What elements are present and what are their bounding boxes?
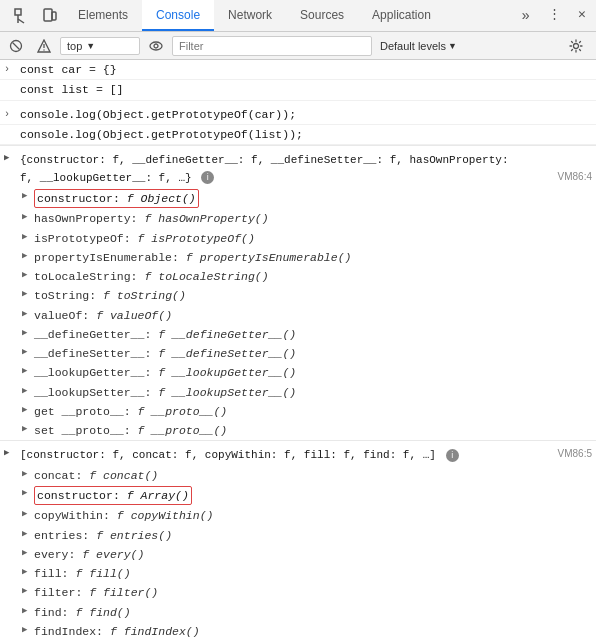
prop-constructor-2[interactable]: ▶ constructor: f Array() — [0, 485, 596, 506]
prop-definegetter: ▶ __defineGetter__: f __defineGetter__() — [0, 325, 596, 344]
tab-sources[interactable]: Sources — [286, 0, 358, 31]
svg-point-9 — [43, 49, 44, 50]
svg-line-2 — [18, 19, 24, 23]
expand-obj2-icon[interactable]: ▶ — [4, 447, 9, 461]
clear-console-icon[interactable] — [4, 34, 28, 58]
obj1-summary[interactable]: ▶ {constructor: f, __defineGetter__: f, … — [0, 149, 596, 188]
prop-propertyisenumerable: ▶ propertyIsEnumerable: f propertyIsEnum… — [0, 248, 596, 267]
svg-point-12 — [574, 43, 579, 48]
prop-hasownproperty: ▶ hasOwnProperty: f hasOwnProperty() — [0, 209, 596, 228]
device-icon[interactable] — [36, 2, 64, 30]
svg-line-6 — [13, 42, 20, 49]
tab-network[interactable]: Network — [214, 0, 286, 31]
prop-isprototypeof: ▶ isPrototypeOf: f isPrototypeOf() — [0, 229, 596, 248]
prop-expand-icon: ▶ — [22, 190, 27, 204]
prop-concat: ▶ concat: f concat() — [0, 466, 596, 485]
eye-icon[interactable] — [144, 34, 168, 58]
context-selector[interactable]: top ▼ — [60, 37, 140, 55]
obj2-summary[interactable]: ▶ [constructor: f, concat: f, copyWithin… — [0, 444, 596, 466]
obj1-info-icon[interactable]: i — [201, 171, 214, 184]
tab-elements[interactable]: Elements — [64, 0, 142, 31]
code-line-2: const list = [] — [0, 80, 596, 100]
prop-get-proto: ▶ get __proto__: f __proto__() — [0, 402, 596, 421]
inspect-icon[interactable] — [8, 2, 36, 30]
settings-icon[interactable] — [564, 34, 588, 58]
code-line-3: › console.log(Object.getPrototypeOf(car)… — [0, 105, 596, 125]
prop-copywithin: ▶ copyWithin: f copyWithin() — [0, 506, 596, 525]
prop-fill: ▶ fill: f fill() — [0, 564, 596, 583]
filter-input[interactable] — [172, 36, 372, 56]
code-line-1: › const car = {} — [0, 60, 596, 80]
svg-rect-4 — [52, 12, 56, 20]
tab-console[interactable]: Console — [142, 0, 214, 31]
more-tabs-button[interactable]: » — [516, 0, 536, 31]
prop-tostring: ▶ toString: f toString() — [0, 286, 596, 305]
obj2-info-icon[interactable]: i — [446, 449, 459, 462]
prop-valueof: ▶ valueOf: f valueOf() — [0, 306, 596, 325]
svg-point-10 — [150, 42, 162, 50]
prop-findindex: ▶ findIndex: f findIndex() — [0, 622, 596, 638]
console-content: › const car = {} const list = [] › conso… — [0, 60, 596, 638]
expand-obj1-icon[interactable]: ▶ — [4, 152, 9, 166]
prop-filter: ▶ filter: f filter() — [0, 583, 596, 602]
prop-tolocalestring: ▶ toLocaleString: f toLocaleString() — [0, 267, 596, 286]
log-levels-selector[interactable]: Default levels ▼ — [380, 40, 457, 52]
stop-on-exceptions-icon[interactable] — [32, 34, 56, 58]
tab-bar: Elements Console Network Sources Applica… — [0, 0, 596, 32]
prop-lookupsetter: ▶ __lookupSetter__: f __lookupSetter__() — [0, 383, 596, 402]
prop-every: ▶ every: f every() — [0, 545, 596, 564]
prop-expand-icon-2: ▶ — [22, 487, 27, 501]
prop-entries: ▶ entries: f entries() — [0, 526, 596, 545]
code-line-4: console.log(Object.getPrototypeOf(list))… — [0, 125, 596, 145]
more-options-icon[interactable]: ⋮ — [540, 0, 568, 28]
prop-find: ▶ find: f find() — [0, 603, 596, 622]
svg-point-11 — [154, 44, 158, 48]
svg-rect-3 — [44, 9, 52, 21]
close-devtools-icon[interactable]: ✕ — [568, 0, 596, 28]
prop-constructor-1[interactable]: ▶ constructor: f Object() — [0, 188, 596, 209]
svg-rect-0 — [15, 9, 21, 15]
chevron-right-icon: › — [4, 62, 10, 77]
prop-lookupgetter: ▶ __lookupGetter__: f __lookupGetter__() — [0, 363, 596, 382]
prop-set-proto: ▶ set __proto__: f __proto__() — [0, 421, 596, 440]
tab-application[interactable]: Application — [358, 0, 445, 31]
prop-definesetter: ▶ __defineSetter__: f __defineSetter__() — [0, 344, 596, 363]
console-toolbar: top ▼ Default levels ▼ — [0, 32, 596, 60]
